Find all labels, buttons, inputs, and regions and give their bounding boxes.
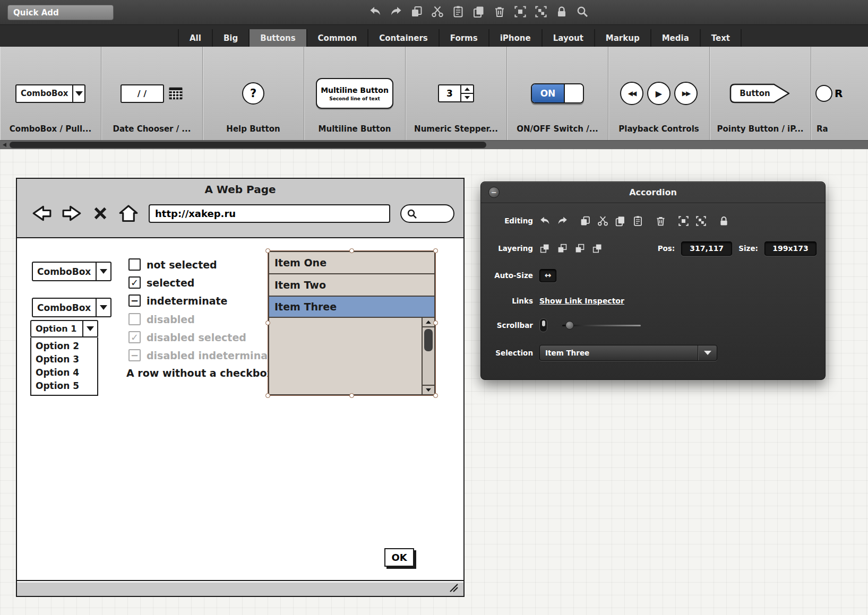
quick-add-input[interactable] [7, 5, 114, 20]
combobox-widget-1[interactable]: ComboBox [32, 262, 111, 281]
option-select-widget[interactable]: Option 1 [30, 320, 98, 337]
option-item[interactable]: Option 4 [36, 366, 97, 379]
tab-all[interactable]: All [178, 29, 213, 47]
checkbox-row[interactable]: not selected [128, 257, 217, 272]
undo-icon[interactable] [539, 215, 551, 227]
lock-icon[interactable] [555, 5, 568, 18]
tab-forms[interactable]: Forms [440, 29, 489, 47]
resize-handle-n[interactable] [349, 248, 354, 253]
library-scrollbar-thumb[interactable] [10, 142, 486, 148]
library-item-multiline-button[interactable]: Multiline Button Second line of text Mul… [304, 47, 406, 140]
library-item-pointy-button[interactable]: Button Pointy Button / iP... [710, 47, 811, 140]
ok-button[interactable]: OK [384, 548, 414, 567]
bring-forward-icon[interactable] [574, 243, 586, 254]
paste-icon[interactable] [632, 215, 643, 227]
tab-layout[interactable]: Layout [543, 29, 595, 47]
duplicate-icon[interactable] [615, 215, 626, 227]
copy-icon[interactable] [410, 5, 423, 18]
checkbox-indeterminate-icon[interactable]: − [128, 294, 141, 307]
option-item[interactable]: Option 3 [36, 353, 97, 366]
tab-text[interactable]: Text [701, 29, 742, 47]
resize-handle-e[interactable] [433, 321, 438, 325]
group-icon[interactable] [514, 5, 527, 18]
checkbox-row[interactable]: − indeterminate [128, 293, 228, 308]
paste-icon[interactable] [452, 5, 465, 18]
trash-icon[interactable] [655, 215, 666, 227]
lock-icon[interactable] [718, 215, 729, 227]
cut-icon[interactable] [431, 5, 444, 18]
autosize-toggle[interactable]: ↔ [539, 269, 556, 282]
list-scrollbar[interactable] [422, 318, 434, 394]
scrollbar-toggle-icon[interactable] [539, 318, 547, 332]
duplicate-icon[interactable] [472, 5, 485, 18]
option-select-arrow-icon[interactable] [82, 321, 97, 336]
bring-to-front-icon[interactable] [539, 243, 551, 254]
trash-icon[interactable] [493, 5, 506, 18]
group-icon[interactable] [678, 215, 689, 227]
library-item-numeric-stepper[interactable]: 3 Numeric Stepper... [406, 47, 507, 140]
forward-arrow-icon[interactable] [59, 203, 84, 223]
library-item-playback-controls[interactable]: ◀◀ ▶ ▶▶ Playback Controls [608, 47, 710, 140]
dropdown-arrow-icon[interactable] [698, 345, 717, 360]
library-item-onoff-switch[interactable]: ON ON/OFF Switch /... [507, 47, 608, 140]
tab-media[interactable]: Media [651, 29, 701, 47]
selection-dropdown[interactable]: Item Three [539, 345, 717, 361]
resize-handle-s[interactable] [349, 393, 354, 398]
library-item-radio[interactable]: R Ra [811, 47, 868, 140]
resize-handle-w[interactable] [265, 321, 270, 325]
scroll-up-icon[interactable] [423, 318, 434, 327]
combobox-2-arrow-icon[interactable] [96, 299, 110, 316]
pos-field[interactable]: 317,117 [681, 241, 732, 256]
tab-big[interactable]: Big [213, 29, 250, 47]
tab-buttons[interactable]: Buttons [250, 29, 307, 47]
list-item[interactable]: Item One [269, 252, 434, 274]
combobox-widget-2[interactable]: ComboBox [32, 298, 111, 317]
mockup-canvas[interactable]: A Web Page http://xakep.ru ComboBox Comb… [0, 149, 868, 615]
home-icon[interactable] [118, 204, 139, 224]
resize-handle-se[interactable] [433, 393, 438, 398]
redo-icon[interactable] [557, 215, 568, 227]
redo-icon[interactable] [390, 5, 402, 18]
copy-icon[interactable] [580, 215, 591, 227]
tab-iphone[interactable]: iPhone [489, 29, 543, 47]
close-icon[interactable] [93, 206, 108, 221]
checkbox-row[interactable]: A row without a checkbox [126, 366, 273, 380]
list-item-selected[interactable]: Item Three [269, 297, 434, 318]
library-item-help-button[interactable]: ? Help Button [203, 47, 304, 140]
zoom-icon[interactable] [576, 5, 589, 18]
checkbox-row[interactable]: ✓ selected [128, 275, 194, 290]
library-item-combobox[interactable]: ComboBox ComboBox / Pull... [0, 47, 101, 140]
resize-grip-icon[interactable] [449, 583, 459, 593]
scrollbar-slider[interactable] [562, 321, 641, 330]
list-item[interactable]: Item Two [269, 274, 434, 297]
tab-markup[interactable]: Markup [595, 29, 651, 47]
ungroup-icon[interactable] [535, 5, 547, 18]
tab-containers[interactable]: Containers [368, 29, 440, 47]
send-backward-icon[interactable] [592, 243, 603, 254]
library-scrollbar[interactable] [0, 140, 868, 149]
resize-handle-sw[interactable] [265, 393, 270, 398]
checkbox-row[interactable]: ✓ disabled selected [128, 330, 246, 344]
option-item[interactable]: Option 5 [36, 379, 97, 393]
send-to-back-icon[interactable] [557, 243, 568, 254]
resize-handle-ne[interactable] [433, 248, 438, 253]
search-box[interactable] [400, 204, 454, 223]
browser-window-mockup[interactable]: A Web Page http://xakep.ru ComboBox Comb… [16, 178, 465, 597]
ungroup-icon[interactable] [695, 215, 707, 227]
cut-icon[interactable] [597, 215, 608, 227]
scroll-down-icon[interactable] [423, 385, 434, 394]
resize-handle-nw[interactable] [265, 248, 270, 253]
list-widget-selected[interactable]: Item One Item Two Item Three [268, 251, 435, 395]
scroll-left-icon[interactable] [3, 143, 6, 147]
option-item[interactable]: Option 2 [36, 340, 97, 353]
url-field[interactable]: http://xakep.ru [149, 204, 390, 223]
combobox-1-arrow-icon[interactable] [96, 263, 110, 280]
undo-icon[interactable] [369, 5, 382, 18]
show-link-inspector-link[interactable]: Show Link Inspector [539, 297, 624, 305]
checkbox-checked-icon[interactable]: ✓ [128, 276, 141, 289]
slider-thumb[interactable] [565, 321, 574, 330]
list-scrollbar-thumb[interactable] [424, 329, 433, 351]
checkbox-row[interactable]: − disabled indeterminate [128, 348, 279, 362]
back-arrow-icon[interactable] [30, 203, 54, 223]
checkbox-unchecked-icon[interactable] [128, 258, 141, 271]
